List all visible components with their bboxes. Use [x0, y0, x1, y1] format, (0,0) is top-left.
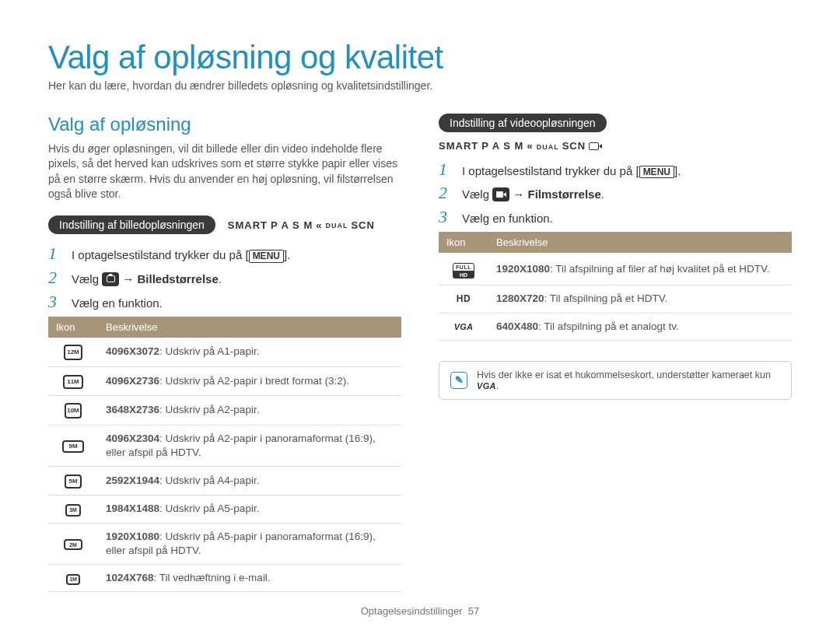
vga-icon: VGA — [454, 321, 474, 333]
table-row: 10M3648X2736: Udskriv på A2-papir. — [48, 395, 401, 425]
resolution-desc: : Udskriv på A2-papir. — [159, 404, 259, 415]
mode-pasm: P A S M — [271, 219, 313, 231]
step-text: ]. — [284, 248, 290, 261]
step-number: 1 — [439, 161, 451, 178]
step-text: I optagelsestilstand trykker du på [ — [462, 164, 639, 177]
step-number: 3 — [48, 293, 61, 310]
mode-dual: DUAL — [537, 143, 559, 151]
table-row: 9M4096X2304: Udskriv på A2-papir i panor… — [48, 425, 401, 466]
step-1: 1 I optagelsestilstand trykker du på [ME… — [48, 245, 401, 262]
mode-smart: SMART — [439, 140, 478, 152]
step-3: 3 Vælg en funktion. — [439, 208, 792, 226]
resolution-icon: 11M — [63, 375, 83, 389]
table-row: 1M1024X768: Til vedhæftning i e-mail. — [48, 565, 401, 592]
step-text: ]. — [674, 164, 681, 177]
mode-scn: SCN — [562, 140, 586, 152]
resolution-desc-cell: 640X480: Til afspilning på et analogt tv… — [488, 313, 792, 340]
resolution-value: 1024X768 — [106, 572, 154, 583]
table-row: HD1280X720: Til afspilning på et HDTV. — [439, 285, 792, 313]
step-text: . — [601, 187, 604, 201]
step-text: Vælg en funktion. — [462, 212, 553, 225]
step-1: 1 I optagelsestilstand trykker du på [ME… — [439, 161, 792, 178]
steps-photo: 1 I optagelsestilstand trykker du på [ME… — [48, 245, 401, 310]
hd-icon: HD — [457, 292, 471, 305]
step-target: Billedstørrelse — [138, 272, 219, 285]
resolution-desc: : Til afspilning af filer af høj kvalite… — [550, 263, 769, 275]
footer: Optagelsesindstillinger 57 — [0, 605, 840, 617]
resolution-desc-cell: 1920X1080: Udskriv på A5-papir i panoram… — [98, 523, 401, 564]
table-row: FULLHD1920X1080: Til afspilning af filer… — [439, 253, 792, 285]
note-box: ✎ Hvis der ikke er isat et hukommelsesko… — [439, 361, 792, 400]
step-2: 2 Vælg → Filmstørrelse. — [439, 184, 792, 202]
resolution-desc-cell: 2592X1944: Udskriv på A4-papir. — [98, 467, 401, 496]
resolution-value: 1984X1488 — [106, 503, 159, 514]
resolution-value: 3648X2736 — [106, 404, 159, 415]
resolution-icon-cell: HD — [439, 285, 488, 313]
resolution-desc-cell: 1280X720: Til afspilning på et HDTV. — [488, 285, 792, 313]
resolution-value: 4096X2736 — [106, 375, 159, 387]
arrow-text: → — [509, 187, 527, 201]
mode-indicator-photo: SMART P A S M «DUAL SCN — [228, 219, 375, 231]
step-2: 2 Vælg → Billedstørrelse. — [48, 269, 401, 287]
mode-dual-icon: « — [527, 140, 533, 152]
note-text-part: Hvis der ikke er isat et hukommelseskort… — [477, 370, 771, 380]
resolution-value: 2592X1944 — [106, 475, 159, 486]
resolution-desc: : Udskriv på A2-papir i bredt format (3:… — [159, 375, 349, 387]
photo-resolution-table: Ikon Beskrivelse 12M4096X3072: Udskriv p… — [48, 317, 401, 593]
resolution-desc: : Udskriv på A1-papir. — [159, 345, 259, 357]
menu-button-icon: MENU — [249, 250, 284, 262]
resolution-icon-cell: 9M — [48, 425, 98, 466]
left-column: Valg af opløsning Hvis du øger opløsning… — [48, 114, 401, 592]
resolution-desc: : Udskriv på A5-papir. — [159, 503, 259, 514]
note-text-part: . — [496, 380, 499, 391]
mode-dual-icon: « — [316, 219, 322, 231]
body-text: Hvis du øger opløsningen, vil dit billed… — [48, 142, 401, 201]
resolution-value: 4096X3072 — [106, 345, 159, 357]
page-title: Valg af opløsning og kvalitet — [48, 39, 792, 76]
resolution-icon-cell: 5M — [48, 467, 98, 496]
subsection-pill-photo: Indstilling af billedopløsningen — [48, 215, 215, 234]
step-3: 3 Vælg en funktion. — [48, 293, 401, 310]
resolution-desc-cell: 4096X2304: Udskriv på A2-papir i panoram… — [98, 425, 401, 466]
resolution-desc: : Til afspilning på et analogt tv. — [538, 321, 679, 332]
resolution-icon: 12M — [64, 345, 82, 360]
step-text: I optagelsestilstand trykker du på [ — [72, 248, 249, 261]
intro-text: Her kan du lære, hvordan du ændrer bille… — [48, 79, 792, 92]
fullhd-icon: FULLHD — [453, 263, 474, 278]
resolution-desc-cell: 1024X768: Til vedhæftning i e-mail. — [98, 565, 401, 592]
resolution-desc-cell: 4096X2736: Udskriv på A2-papir i bredt f… — [98, 366, 401, 395]
section-title: Valg af opløsning — [48, 114, 401, 135]
table-row: 12M4096X3072: Udskriv på A1-papir. — [48, 338, 401, 367]
resolution-icon: 5M — [65, 475, 82, 489]
mode-smart: SMART — [228, 219, 268, 231]
resolution-icon-cell: 3M — [48, 496, 98, 524]
video-resolution-table: Ikon Beskrivelse FULLHD1920X1080: Til af… — [439, 232, 792, 340]
table-row: 5M2592X1944: Udskriv på A4-papir. — [48, 467, 401, 496]
resolution-icon-cell: 12M — [48, 338, 98, 367]
mode-scn: SCN — [351, 219, 374, 231]
resolution-icon: 3M — [65, 504, 81, 517]
resolution-desc: : Til afspilning på et HDTV. — [544, 292, 668, 304]
resolution-desc-cell: 1920X1080: Til afspilning af filer af hø… — [488, 253, 792, 285]
resolution-value: 4096X2304 — [106, 433, 159, 444]
steps-video: 1 I optagelsestilstand trykker du på [ME… — [439, 161, 792, 226]
resolution-icon: 2M — [64, 539, 82, 550]
th-desc: Beskrivelse — [98, 317, 401, 338]
resolution-icon-cell: 11M — [48, 366, 98, 395]
vga-inline-icon: VGA — [477, 381, 496, 391]
resolution-desc-cell: 3648X2736: Udskriv på A2-papir. — [98, 395, 401, 425]
step-number: 2 — [439, 184, 451, 201]
step-text: Vælg — [462, 187, 492, 201]
step-target: Filmstørrelse — [528, 187, 601, 201]
video-icon — [492, 187, 509, 201]
movie-mode-icon — [589, 142, 599, 150]
table-row: VGA640X480: Til afspilning på et analogt… — [439, 313, 792, 340]
camera-icon — [102, 272, 119, 286]
subsection-pill-video: Indstilling af videoopløsningen — [439, 114, 607, 132]
th-icon: Ikon — [439, 232, 488, 253]
resolution-icon: 10M — [65, 403, 82, 419]
resolution-icon: 1M — [66, 574, 80, 585]
resolution-desc: : Til vedhæftning i e-mail. — [154, 572, 271, 583]
mode-indicator-video: SMART P A S M «DUAL SCN — [439, 140, 792, 152]
resolution-icon-cell: 10M — [48, 395, 98, 425]
